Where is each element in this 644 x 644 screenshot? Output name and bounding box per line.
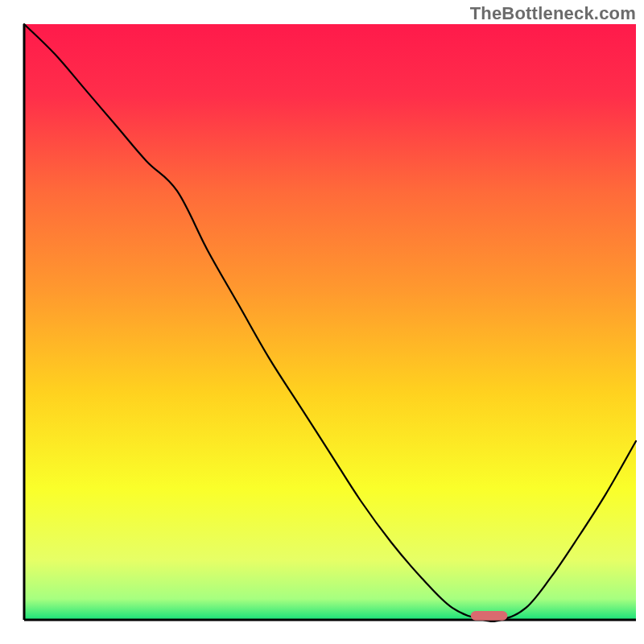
optimal-marker: [471, 611, 508, 621]
bottleneck-chart: [0, 0, 644, 644]
chart-container: TheBottleneck.com: [0, 0, 644, 644]
plot-background: [24, 24, 636, 620]
